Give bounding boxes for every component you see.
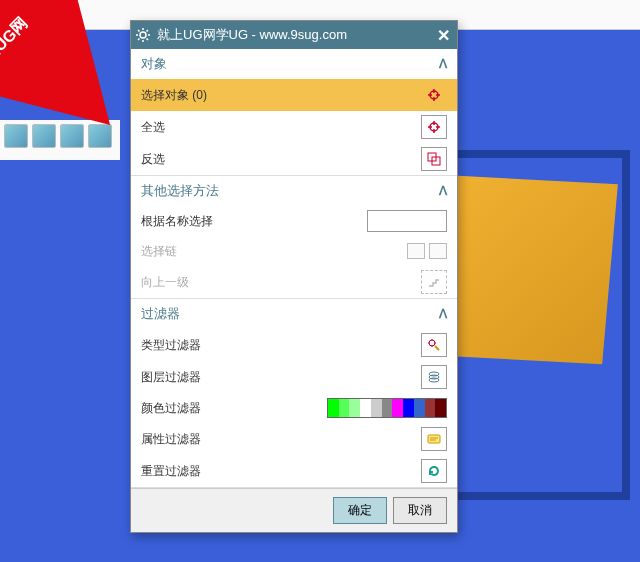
reset-filter-button[interactable] xyxy=(421,459,447,483)
section-other: 其他选择方法 ᐱ 根据名称选择 选择链 向上一级 xyxy=(131,176,457,299)
row-invert: 反选 xyxy=(131,143,457,175)
invert-label: 反选 xyxy=(141,151,165,168)
cancel-button[interactable]: 取消 xyxy=(393,497,447,524)
row-reset-filter: 重置过滤器 xyxy=(131,455,457,487)
type-filter-button[interactable] xyxy=(421,333,447,357)
up-level-label: 向上一级 xyxy=(141,274,189,291)
row-color-filter: 颜色过滤器 xyxy=(131,393,457,423)
layer-filter-label: 图层过滤器 xyxy=(141,369,201,386)
section-header-other[interactable]: 其他选择方法 ᐱ xyxy=(131,176,457,206)
svg-point-0 xyxy=(140,32,146,38)
section-title: 过滤器 xyxy=(141,305,180,323)
close-icon[interactable]: ✕ xyxy=(433,25,453,45)
chain-checkbox xyxy=(407,243,425,259)
dialog-title: 就上UG网学UG - www.9sug.com xyxy=(157,26,433,44)
row-type-filter: 类型过滤器 xyxy=(131,329,457,361)
row-layer-filter: 图层过滤器 xyxy=(131,361,457,393)
target-icon[interactable] xyxy=(421,83,447,107)
ok-button[interactable]: 确定 xyxy=(333,497,387,524)
chevron-up-icon: ᐱ xyxy=(439,307,447,321)
section-filter: 过滤器 ᐱ 类型过滤器 图层过滤器 颜色过滤器 属性过滤器 重置过滤器 xyxy=(131,299,457,488)
section-title: 对象 xyxy=(141,55,167,73)
select-all-button[interactable] xyxy=(421,115,447,139)
row-attr-filter: 属性过滤器 xyxy=(131,423,457,455)
svg-rect-9 xyxy=(428,435,440,443)
row-up-level: 向上一级 xyxy=(131,266,457,298)
type-filter-label: 类型过滤器 xyxy=(141,337,201,354)
by-name-label: 根据名称选择 xyxy=(141,213,213,230)
name-input[interactable] xyxy=(367,210,447,232)
titlebar: 就上UG网学UG - www.9sug.com ✕ xyxy=(131,21,457,49)
section-header-object[interactable]: 对象 ᐱ xyxy=(131,49,457,79)
reset-filter-label: 重置过滤器 xyxy=(141,463,201,480)
section-object: 对象 ᐱ 选择对象 (0) 全选 反选 xyxy=(131,49,457,176)
gear-icon[interactable] xyxy=(135,27,151,43)
color-filter-strip[interactable] xyxy=(327,398,447,418)
invert-button[interactable] xyxy=(421,147,447,171)
watermark: 9SUG 学UG就上UG网 xyxy=(0,0,150,180)
up-level-button xyxy=(421,270,447,294)
class-selection-dialog: 就上UG网学UG - www.9sug.com ✕ 对象 ᐱ 选择对象 (0) … xyxy=(130,20,458,533)
color-filter-label: 颜色过滤器 xyxy=(141,400,201,417)
row-by-name: 根据名称选择 xyxy=(131,206,457,236)
chevron-up-icon: ᐱ xyxy=(439,57,447,71)
chevron-up-icon: ᐱ xyxy=(439,184,447,198)
dialog-footer: 确定 取消 xyxy=(131,488,457,532)
row-select-all: 全选 xyxy=(131,111,457,143)
viewport-model xyxy=(442,176,618,364)
chain-icon xyxy=(429,243,447,259)
row-select-chain: 选择链 xyxy=(131,236,457,266)
select-all-label: 全选 xyxy=(141,119,165,136)
section-header-filter[interactable]: 过滤器 ᐱ xyxy=(131,299,457,329)
select-chain-label: 选择链 xyxy=(141,243,177,260)
attr-filter-button[interactable] xyxy=(421,427,447,451)
attr-filter-label: 属性过滤器 xyxy=(141,431,201,448)
row-select-object[interactable]: 选择对象 (0) xyxy=(131,79,457,111)
select-object-label: 选择对象 (0) xyxy=(141,87,207,104)
section-title: 其他选择方法 xyxy=(141,182,219,200)
layer-filter-button[interactable] xyxy=(421,365,447,389)
